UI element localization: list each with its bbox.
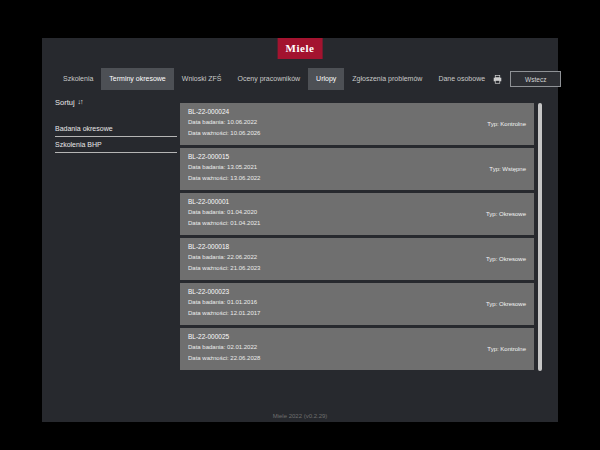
sort-label: Sortuj: [55, 98, 75, 107]
exam-date-line: Data badania: 01.01.2016: [188, 298, 526, 306]
exam-list: BL-22-000024 Data badania: 10.06.2022 Da…: [180, 103, 534, 373]
printer-icon[interactable]: [493, 68, 502, 90]
exam-date-line: Data badania: 10.06.2022: [188, 118, 526, 126]
exam-id: BL-22-000023: [188, 288, 526, 295]
exam-card[interactable]: BL-22-000024 Data badania: 10.06.2022 Da…: [180, 103, 534, 145]
exam-type: Typ: Kontrolne: [487, 121, 526, 127]
exam-id: BL-22-000001: [188, 198, 526, 205]
sidebar: Sortuj ↓↑ Badania okresowe Szkolenia BHP: [55, 98, 177, 153]
tab-urlopy[interactable]: Urlopy: [308, 68, 344, 90]
exam-validity-line: Data ważności: 01.04.2021: [188, 219, 526, 227]
exam-date-line: Data badania: 22.06.2022: [188, 253, 526, 261]
sort-control[interactable]: Sortuj ↓↑: [55, 98, 177, 121]
exam-id: BL-22-000024: [188, 108, 526, 115]
exam-card[interactable]: BL-22-000018 Data badania: 22.06.2022 Da…: [180, 238, 534, 280]
exam-card[interactable]: BL-22-000001 Data badania: 01.04.2020 Da…: [180, 193, 534, 235]
exam-date-line: Data badania: 02.01.2022: [188, 343, 526, 351]
tab-terminy-okresowe[interactable]: Terminy okresowe: [101, 68, 173, 90]
exam-id: BL-22-000015: [188, 153, 526, 160]
exam-id: BL-22-000025: [188, 333, 526, 340]
exam-validity-line: Data ważności: 12.01.2017: [188, 309, 526, 317]
exam-type: Typ: Wstępne: [489, 166, 526, 172]
exam-validity-line: Data ważności: 13.06.2022: [188, 174, 526, 182]
tab-szkolenia[interactable]: Szkolenia: [55, 68, 101, 90]
sidebar-item-badania-okresowe[interactable]: Badania okresowe: [55, 121, 177, 137]
miele-logo: Miele: [278, 38, 323, 59]
exam-type: Typ: Okresowe: [486, 211, 526, 217]
exam-validity-line: Data ważności: 22.06.2028: [188, 354, 526, 362]
tab-wnioski-zfs[interactable]: Wnioski ZFŚ: [174, 68, 230, 90]
exam-type: Typ: Okresowe: [486, 256, 526, 262]
exam-date-line: Data badania: 13.05.2021: [188, 163, 526, 171]
sidebar-item-szkolenia-bhp[interactable]: Szkolenia BHP: [55, 137, 177, 153]
exam-type: Typ: Okresowe: [486, 301, 526, 307]
exam-card[interactable]: BL-22-000025 Data badania: 02.01.2022 Da…: [180, 328, 534, 370]
footer-version: Miele 2022 (v0.2.29): [42, 413, 558, 419]
exam-validity-line: Data ważności: 10.06.2026: [188, 129, 526, 137]
exam-card[interactable]: BL-22-000015 Data badania: 13.05.2021 Da…: [180, 148, 534, 190]
tab-dane-osobowe[interactable]: Dane osobowe: [430, 68, 493, 90]
app-window: Miele Szkolenia Terminy okresowe Wnioski…: [42, 38, 558, 422]
back-button[interactable]: Wstecz: [510, 71, 561, 87]
exam-card[interactable]: BL-22-000023 Data badania: 01.01.2016 Da…: [180, 283, 534, 325]
tab-oceny-pracownikow[interactable]: Oceny pracowników: [229, 68, 308, 90]
scrollbar[interactable]: [538, 103, 542, 371]
exam-validity-line: Data ważności: 21.06.2023: [188, 264, 526, 272]
exam-type: Typ: Kontrolne: [487, 346, 526, 352]
tab-zgloszenia-problemow[interactable]: Zgłoszenia problemów: [344, 68, 430, 90]
exam-date-line: Data badania: 01.04.2020: [188, 208, 526, 216]
sort-arrows-icon: ↓↑: [78, 98, 83, 105]
tab-bar: Szkolenia Terminy okresowe Wnioski ZFŚ O…: [55, 68, 548, 90]
screen: Miele Szkolenia Terminy okresowe Wnioski…: [0, 0, 600, 450]
exam-id: BL-22-000018: [188, 243, 526, 250]
